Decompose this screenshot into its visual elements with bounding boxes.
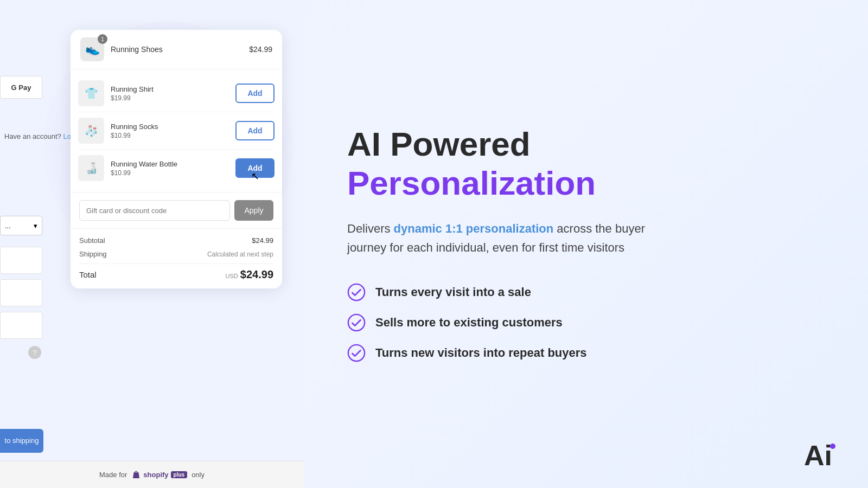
upsell-image-1: 🧦 <box>78 118 104 144</box>
checkout-card: 👟 1 Running Shoes $24.99 👕 Running Shirt… <box>71 30 282 288</box>
upsell-price-0: $19.99 <box>111 94 235 102</box>
headline-container: AI Powered Personalization <box>347 126 825 219</box>
gpay-button[interactable]: G Pay <box>0 76 42 99</box>
shoe-icon: 👟 <box>85 42 100 56</box>
add-button-1[interactable]: Add <box>235 121 275 140</box>
discount-input[interactable] <box>79 200 230 221</box>
add-button-0[interactable]: Add <box>235 84 275 103</box>
upsell-name-0: Running Shirt <box>111 85 235 93</box>
feature-text-2: Turns new visitors into repeat buyers <box>375 346 587 360</box>
upsell-name-2: Running Water Bottle <box>111 160 235 168</box>
feature-text-1: Sells more to existing customers <box>375 316 563 330</box>
ai-text: Ai <box>804 439 832 472</box>
upsell-item-2: 🍶 Running Water Bottle $10.99 Add ↖ <box>78 150 275 187</box>
sidebar-box-3 <box>0 312 42 339</box>
left-panel: G Pay Have an account? Log in ... ▾ ? to… <box>0 0 304 488</box>
headline-line2: Personalization <box>347 165 825 202</box>
upsell-image-2: 🍶 <box>78 155 104 181</box>
feature-item-0: Turns every visit into a sale <box>347 283 825 301</box>
upsell-image-0: 👕 <box>78 80 104 106</box>
total-row: Total USD $24.99 <box>79 268 273 281</box>
sidebar-box-2 <box>0 279 42 306</box>
description-before: Delivers <box>347 222 394 235</box>
upsell-popup: 👕 Running Shirt $19.99 Add 🧦 Running Soc… <box>71 69 282 192</box>
check-icon-1 <box>347 313 366 332</box>
gpay-label: G Pay <box>11 84 31 92</box>
subtotal-label: Subtotal <box>79 236 105 245</box>
shopify-logo: shopify plus <box>131 470 187 480</box>
shopify-plus-badge: plus <box>171 471 188 478</box>
total-currency: USD <box>226 273 238 279</box>
check-icon-2 <box>347 344 366 362</box>
footer: Made for shopify plus only <box>0 461 304 488</box>
svg-point-1 <box>348 314 365 331</box>
ai-dot <box>830 444 835 449</box>
to-shipping-button[interactable]: to shipping <box>0 429 43 453</box>
upsell-price-2: $10.99 <box>111 169 235 177</box>
discount-section: Apply <box>71 192 282 229</box>
help-icon[interactable]: ? <box>28 346 41 359</box>
shipping-value: Calculated at next step <box>207 251 273 258</box>
upsell-name-1: Running Socks <box>111 123 235 131</box>
upsell-info-1: Running Socks $10.99 <box>111 123 235 139</box>
footer-made-for: Made for <box>99 471 127 479</box>
description: Delivers dynamic 1:1 personalization acr… <box>347 219 662 257</box>
summary-divider <box>79 264 273 264</box>
subtotal-row: Subtotal $24.99 <box>79 236 273 245</box>
check-icon-0 <box>347 283 366 301</box>
headline-line1: AI Powered <box>347 126 825 163</box>
upsell-price-1: $10.99 <box>111 132 235 139</box>
feature-item-2: Turns new visitors into repeat buyers <box>347 344 825 362</box>
right-panel: AI Powered Personalization Delivers dyna… <box>304 0 868 488</box>
dropdown-label: ... <box>5 222 11 230</box>
order-summary: Subtotal $24.99 Shipping Calculated at n… <box>71 229 282 288</box>
total-label: Total <box>79 270 97 279</box>
upsell-item-1: 🧦 Running Socks $10.99 Add <box>78 112 275 150</box>
product-price: $24.99 <box>249 45 272 54</box>
total-value-group: USD $24.99 <box>226 268 273 281</box>
chevron-down-icon: ▾ <box>34 222 37 230</box>
total-amount: $24.99 <box>240 268 273 281</box>
upsell-item-0: 👕 Running Shirt $19.99 Add <box>78 75 275 112</box>
sidebar-box-1 <box>0 247 42 274</box>
feature-list: Turns every visit into a sale Sells more… <box>347 283 825 362</box>
dropdown-box[interactable]: ... ▾ <box>0 216 42 235</box>
product-name: Running Shoes <box>111 45 249 54</box>
svg-point-2 <box>348 345 365 361</box>
product-header: 👟 1 Running Shoes $24.99 <box>71 30 282 69</box>
upsell-info-0: Running Shirt $19.99 <box>111 85 235 102</box>
dropdown-row: ... ▾ <box>0 216 42 235</box>
cursor-icon: ↖ <box>251 170 259 182</box>
svg-point-0 <box>348 284 365 300</box>
product-badge: 1 <box>98 34 107 44</box>
shopify-text: shopify <box>143 471 168 479</box>
shopify-bag-icon <box>131 470 141 480</box>
shipping-label: Shipping <box>79 250 107 258</box>
shipping-row: Shipping Calculated at next step <box>79 250 273 258</box>
subtotal-value: $24.99 <box>252 236 273 245</box>
feature-item-1: Sells more to existing customers <box>347 313 825 332</box>
apply-button[interactable]: Apply <box>234 200 273 221</box>
ai-logo: Ai <box>804 439 835 472</box>
description-highlight: dynamic 1:1 personalization <box>394 222 554 235</box>
upsell-info-2: Running Water Bottle $10.99 <box>111 160 235 177</box>
feature-text-0: Turns every visit into a sale <box>375 285 531 299</box>
footer-only: only <box>192 471 205 479</box>
product-image: 👟 1 <box>80 37 104 61</box>
account-text: Have an account? <box>4 132 61 140</box>
